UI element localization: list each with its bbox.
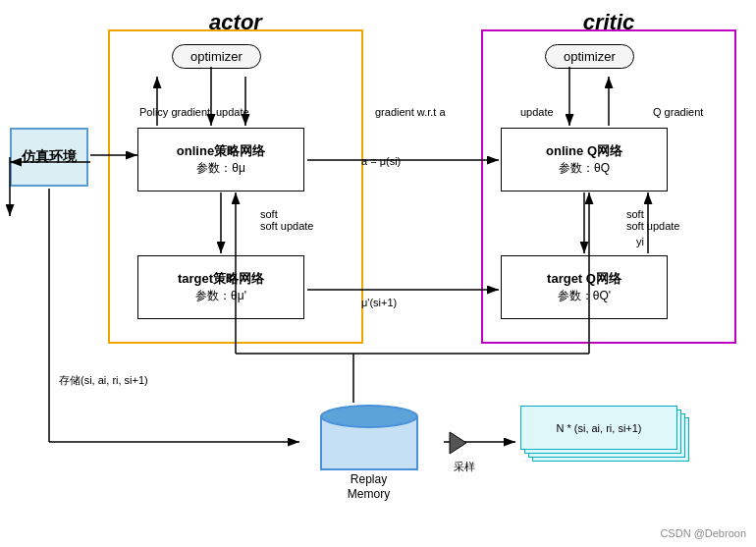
online-critic-net: online Q网络 参数：θQ	[501, 128, 668, 191]
target-critic-net: target Q网络 参数：θQ'	[501, 255, 668, 319]
samples-label: N * (si, ai, ri, si+1)	[556, 422, 641, 434]
a-eq-label: a = μ(si)	[361, 155, 401, 167]
soft-update-critic-label: softsoft update	[626, 208, 679, 232]
actor-optimizer: optimizer	[172, 44, 261, 69]
env-box: 仿真环境	[10, 128, 88, 187]
yi-label: yi	[636, 236, 644, 247]
gradient-wrt-a-label: gradient w.r.t a	[375, 106, 446, 118]
env-label: 仿真环境	[22, 148, 77, 166]
soft-update-actor-label: softsoft update	[260, 208, 313, 232]
erm-container: Experience Replay Memory	[297, 405, 440, 503]
target-actor-title: target策略网络	[178, 270, 264, 288]
update-actor-label: update	[216, 106, 249, 118]
sample-card-1: N * (si, ai, ri, si+1)	[520, 406, 677, 450]
target-actor-net: target策略网络 参数：θμ'	[137, 255, 304, 319]
policy-gradient-label: Policy gradient	[139, 106, 210, 118]
watermark: CSDN @Debroon	[660, 527, 746, 539]
online-actor-net: online策略网络 参数：θμ	[137, 128, 304, 191]
online-critic-param: 参数：θQ	[559, 160, 610, 177]
cylinder	[320, 405, 418, 453]
mu-prime-label: μ'(si+1)	[361, 297, 397, 308]
online-critic-title: online Q网络	[546, 142, 622, 160]
critic-optimizer: optimizer	[545, 44, 634, 69]
target-critic-param: 参数：θQ'	[558, 288, 611, 304]
cylinder-top	[320, 405, 418, 428]
sample-label: 采样	[454, 460, 475, 474]
update-critic-label: update	[520, 106, 554, 118]
online-actor-title: online策略网络	[177, 142, 265, 160]
diagram-container: 仿真环境 actor critic optimizer optimizer on…	[0, 0, 756, 547]
svg-marker-22	[450, 432, 466, 454]
target-critic-title: target Q网络	[547, 270, 621, 288]
samples-stack: N * (si, ai, ri, si+1)	[520, 408, 697, 496]
online-actor-param: 参数：θμ	[196, 160, 245, 177]
q-gradient-label: Q gradient	[653, 106, 703, 118]
store-label: 存储(si, ai, ri, si+1)	[59, 373, 148, 388]
target-actor-param: 参数：θμ'	[195, 288, 246, 304]
